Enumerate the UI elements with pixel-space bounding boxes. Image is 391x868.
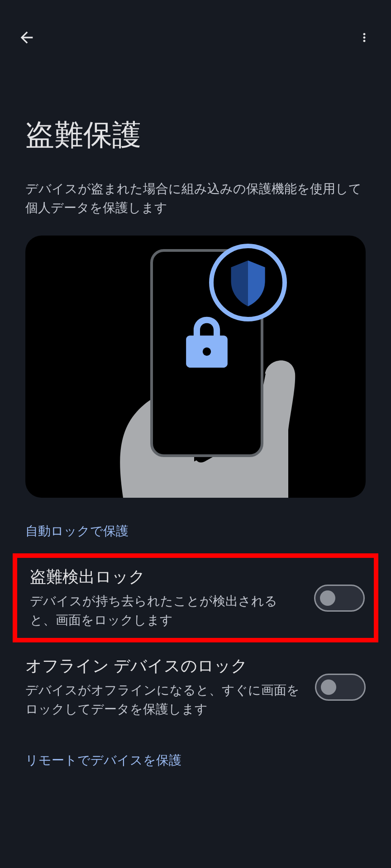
arrow-back-icon bbox=[18, 28, 36, 47]
shield-badge bbox=[209, 244, 287, 321]
main-content: 盗難保護 デバイスが盗まれた場合に組み込みの保護機能を使用して個人データを保護し… bbox=[0, 115, 391, 769]
page-subtitle: デバイスが盗まれた場合に組み込みの保護機能を使用して個人データを保護します bbox=[25, 179, 366, 217]
page-title: 盗難保護 bbox=[25, 115, 366, 155]
more-vert-icon bbox=[358, 31, 371, 44]
shield-icon bbox=[228, 258, 268, 307]
hero-illustration bbox=[25, 236, 366, 498]
setting-theft-detection-lock[interactable]: 盗難検出ロック デバイスが持ち去られたことが検出されると、画面をロックします bbox=[13, 553, 378, 642]
setting-description: デバイスが持ち去られたことが検出されると、画面をロックします bbox=[30, 592, 301, 630]
overflow-menu-button[interactable] bbox=[353, 27, 375, 48]
setting-offline-device-lock[interactable]: オフライン デバイスのロック デバイスがオフラインになると、すぐに画面をロックし… bbox=[25, 642, 366, 731]
setting-text: オフライン デバイスのロック デバイスがオフラインになると、すぐに画面をロックし… bbox=[25, 655, 302, 719]
back-button[interactable] bbox=[16, 27, 38, 48]
setting-title: オフライン デバイスのロック bbox=[25, 655, 302, 677]
lock-icon bbox=[184, 316, 229, 370]
top-app-bar bbox=[0, 0, 391, 59]
svg-point-0 bbox=[203, 347, 211, 355]
section-remote-protect-heading[interactable]: リモートでデバイスを保護 bbox=[25, 752, 366, 769]
toggle-offline-device-lock[interactable] bbox=[315, 674, 366, 701]
setting-title: 盗難検出ロック bbox=[30, 566, 301, 588]
toggle-theft-detection-lock[interactable] bbox=[314, 585, 365, 612]
section-auto-lock-heading[interactable]: 自動ロックで保護 bbox=[25, 523, 366, 540]
setting-description: デバイスがオフラインになると、すぐに画面をロックしてデータを保護します bbox=[25, 681, 302, 719]
setting-text: 盗難検出ロック デバイスが持ち去られたことが検出されると、画面をロックします bbox=[30, 566, 301, 630]
